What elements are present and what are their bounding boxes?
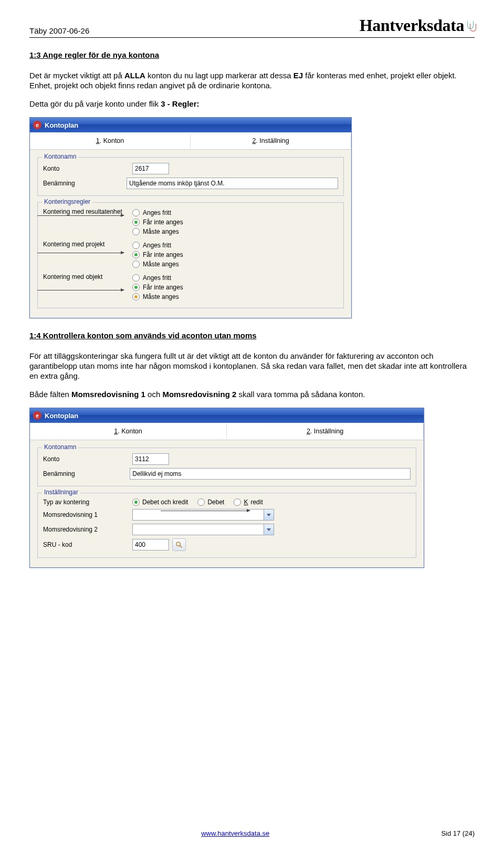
radio-obj-far-inte-anges[interactable] (132, 284, 140, 291)
label-moms2: Momsredovisning 2 (43, 526, 132, 533)
label-konto: Konto (43, 455, 132, 463)
section-title-2: 1:4 Kontrollera konton som används vid a… (29, 331, 475, 340)
group-kontonamn: Kontonamn Konto 2617 Benämning Utgående … (37, 157, 344, 196)
tab-konton[interactable]: 1. Konton (30, 134, 191, 148)
arrow-annotation-icon (161, 511, 250, 511)
titlebar: e Kontoplan (30, 408, 424, 423)
para-1-4-b: Både fälten Momsredovisning 1 och Momsre… (29, 390, 475, 400)
arrow-annotation-icon (37, 290, 124, 290)
para-1-3-a: Det är mycket viktigt att på ALLA konton… (29, 71, 475, 91)
label-typ-kontering: Typ av kontering (43, 498, 132, 506)
label-konto: Konto (43, 165, 132, 172)
radio-typ-kredit[interactable] (234, 498, 241, 506)
radio-proj-anges-fritt[interactable] (132, 242, 140, 249)
chevron-down-icon[interactable] (264, 510, 274, 520)
input-sru[interactable]: 400 (132, 539, 169, 550)
label-rule-objekt: Kontering med objekt (43, 273, 132, 280)
document-footer: www.hantverksdata.se Sid 17 (24) (29, 829, 475, 837)
app-window-kontoplan-2: e Kontoplan 1. Konton 2. Inställning Kon… (29, 408, 424, 568)
chevron-down-icon[interactable] (264, 524, 274, 535)
radio-obj-anges-fritt[interactable] (132, 274, 140, 282)
radio-typ-debet[interactable] (197, 498, 205, 506)
radio-re-far-inte-anges[interactable] (132, 219, 140, 226)
tabs: 1. Konton 2. Inställning (30, 423, 424, 440)
label-rule-resultatenhet: Kontering med resultatenhet (43, 208, 132, 215)
radio-re-maste-anges[interactable] (132, 228, 140, 235)
app-window-kontoplan-1: e Kontoplan 1. Konton 2. Inställning Kon… (29, 117, 352, 318)
footer-page-number: Sid 17 (24) (441, 829, 475, 837)
app-icon: e (33, 411, 41, 420)
titlebar-title: Kontoplan (45, 121, 78, 129)
brand-logo: Hantverksdata (360, 16, 475, 35)
group-title-kontonamn: Kontonamn (42, 443, 78, 451)
titlebar-title: Kontoplan (45, 412, 78, 420)
group-title-kontonamn: Kontonamn (42, 153, 78, 160)
annotated-screenshot-2: e Kontoplan 1. Konton 2. Inställning Kon… (29, 408, 475, 568)
arrow-annotation-icon (37, 215, 124, 216)
arrow-annotation-icon (37, 253, 124, 253)
label-moms1: Momsredovisning 1 (43, 511, 132, 518)
location-date: Täby 2007-06-26 (29, 26, 89, 35)
brand-glyph-icon (466, 20, 475, 33)
input-konto[interactable]: 3112 (132, 453, 169, 465)
svg-line-1 (180, 546, 182, 548)
label-benamning: Benämning (43, 470, 130, 477)
input-benamning[interactable]: Utgående moms inköp tjänst O.M. (127, 178, 338, 189)
tab-konton[interactable]: 1. Konton (30, 424, 227, 439)
annotated-screenshot-1: e Kontoplan 1. Konton 2. Inställning Kon… (29, 117, 475, 318)
label-rule-projekt: Kontering med projekt (43, 241, 132, 248)
radio-re-anges-fritt[interactable] (132, 209, 140, 216)
brand-text: Hantverksdata (360, 16, 464, 35)
tab-installning[interactable]: 2. Inställning (191, 134, 351, 148)
radio-obj-maste-anges[interactable] (132, 293, 140, 300)
titlebar: e Kontoplan (30, 118, 351, 132)
group-title-konteringsregler: Konteringsregler (42, 198, 92, 205)
select-moms2[interactable] (132, 524, 274, 535)
radio-typ-debet-kredit[interactable] (132, 498, 140, 506)
para-1-4-a: För att tilläggskonteringar ska fungera … (29, 351, 475, 381)
document-header: Täby 2007-06-26 Hantverksdata (29, 16, 475, 38)
radio-proj-far-inte-anges[interactable] (132, 251, 140, 258)
input-konto[interactable]: 2617 (132, 163, 169, 174)
group-konteringsregler: Konteringsregler Kontering med resultate… (37, 202, 344, 308)
radio-proj-maste-anges[interactable] (132, 261, 140, 268)
footer-link[interactable]: www.hantverksdata.se (201, 829, 269, 837)
group-installningar: Inställningar Typ av kontering Debet och… (37, 493, 416, 558)
group-title-installningar: Inställningar (42, 489, 80, 496)
section-title-1: 1:3 Ange regler för de nya kontona (29, 50, 475, 59)
input-benamning[interactable]: Dellikvid ej moms (130, 468, 411, 480)
label-benamning: Benämning (43, 180, 127, 187)
label-sru: SRU - kod (43, 541, 132, 548)
tab-installning[interactable]: 2. Inställning (227, 424, 424, 438)
search-button[interactable] (172, 538, 186, 551)
para-1-3-b: Detta gör du på varje konto under flik 3… (29, 99, 475, 109)
group-kontonamn: Kontonamn Konto 3112 Benämning Dellikvid… (37, 448, 416, 486)
app-icon: e (33, 121, 41, 129)
tabs: 1. Konton 2. Inställning (30, 132, 351, 150)
